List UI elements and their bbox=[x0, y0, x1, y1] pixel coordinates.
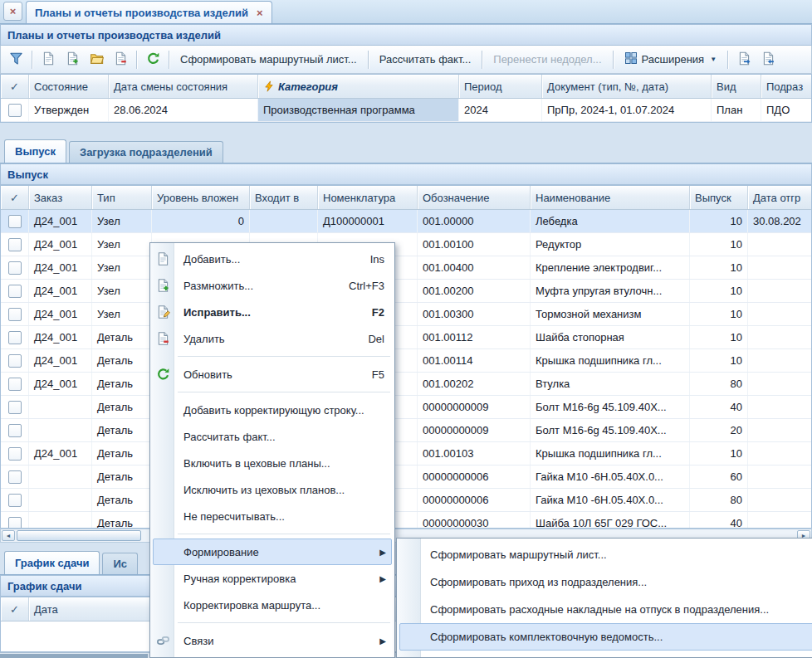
column-header[interactable]: Входит в bbox=[250, 186, 318, 209]
check-column-header[interactable]: ✓ bbox=[1, 186, 29, 209]
menu-item[interactable]: Добавить...Ins bbox=[153, 246, 392, 272]
cell bbox=[748, 303, 812, 325]
column-header[interactable]: Выпуск bbox=[690, 186, 748, 209]
row-checkbox[interactable] bbox=[8, 308, 22, 321]
tab-zagruzka-podrazdeleniy[interactable]: Загрузка подразделений bbox=[69, 141, 223, 163]
table-row[interactable]: Д24_001Деталь001.00103Крышка подшипника … bbox=[1, 442, 811, 465]
table-row[interactable]: Д24_001Узел001.00200Муфта упругая втулоч… bbox=[1, 280, 811, 303]
open-folder-button[interactable] bbox=[86, 50, 107, 70]
extensions-button[interactable]: Расширения ▼ bbox=[619, 48, 723, 71]
table-row[interactable]: Утвержден28.06.2024Производственная прог… bbox=[1, 99, 811, 122]
menu-item[interactable]: Не пересчитывать... bbox=[153, 503, 392, 529]
tab-grafik-sdachi[interactable]: График сдачи bbox=[4, 551, 100, 574]
column-header[interactable]: Подраз bbox=[761, 75, 812, 98]
toolbar-separator bbox=[136, 51, 137, 69]
add-document-button[interactable] bbox=[37, 50, 59, 70]
menu-item[interactable]: Добавить корректирующую строку... bbox=[153, 397, 392, 423]
row-checkbox[interactable] bbox=[8, 517, 22, 529]
cell: Деталь bbox=[92, 373, 152, 395]
column-header[interactable]: Период bbox=[459, 75, 542, 98]
table-row[interactable]: Деталь00000000030Шайба 10Л 65Г 029 ГОС..… bbox=[1, 512, 811, 529]
copy-document-button[interactable] bbox=[61, 50, 83, 70]
row-checkbox[interactable] bbox=[8, 331, 22, 344]
scrollbar-thumb[interactable] bbox=[17, 530, 141, 541]
menu-item[interactable]: Исправить...F2 bbox=[153, 299, 392, 325]
scrollbar-thumb[interactable] bbox=[0, 654, 148, 658]
scroll-left-arrow[interactable]: ◄ bbox=[2, 530, 15, 541]
row-checkbox[interactable] bbox=[8, 261, 22, 275]
table-row[interactable]: Д24_001Деталь001.00202Втулка80 bbox=[1, 373, 811, 396]
column-header[interactable]: Состояние bbox=[29, 75, 109, 98]
table-row[interactable]: Д24_001Узел001.00400Крепление электродви… bbox=[1, 256, 811, 280]
calc-fact-button[interactable]: Рассчитать факт... bbox=[374, 50, 477, 69]
column-header[interactable]: Документ (тип, №, дата) bbox=[542, 75, 712, 98]
row-checkbox[interactable] bbox=[8, 285, 22, 298]
column-header[interactable]: Дата отгр bbox=[748, 186, 812, 209]
table-row[interactable]: Д24_001Деталь001.00112Шайба стопорная10 bbox=[1, 326, 811, 349]
row-checkbox[interactable] bbox=[8, 238, 22, 251]
table-row[interactable]: Д24_001Узел0Д100000001001.00000Лебедка10… bbox=[1, 210, 811, 233]
add-document-icon bbox=[42, 51, 56, 68]
table-row[interactable]: Деталь00000000009Болт М16-6g 45.109.40Х.… bbox=[1, 419, 811, 442]
cell bbox=[748, 326, 812, 348]
import-document-button[interactable] bbox=[757, 50, 779, 70]
row-checkbox[interactable] bbox=[8, 401, 22, 414]
menu-item[interactable]: Сформировать комплектовочную ведомость..… bbox=[399, 623, 812, 651]
table-row[interactable]: Д24_001Узел001.00300Тормозной механизм10 bbox=[1, 303, 811, 326]
menu-item[interactable]: Связи▶ bbox=[153, 627, 392, 654]
refresh-button[interactable] bbox=[142, 50, 164, 70]
close-all-tabs-button[interactable]: × bbox=[3, 2, 22, 21]
row-checkbox[interactable] bbox=[8, 354, 22, 368]
table-row[interactable]: Деталь00000000009Болт М16-6g 45.109.40Х.… bbox=[1, 396, 811, 419]
delete-document-button[interactable] bbox=[110, 50, 131, 70]
check-column-header[interactable]: ✓ bbox=[1, 75, 29, 98]
check-column-header[interactable]: ✓ bbox=[1, 597, 29, 621]
column-header[interactable]: Обозначение bbox=[418, 186, 531, 209]
column-header[interactable]: Дата смены состояния bbox=[109, 75, 258, 98]
menu-item[interactable]: Сформировать маршрутный лист... bbox=[399, 541, 812, 568]
row-checkbox[interactable] bbox=[8, 215, 22, 228]
cell bbox=[748, 280, 812, 302]
column-header[interactable]: Наименование bbox=[531, 186, 690, 209]
tab-close-icon[interactable]: × bbox=[257, 7, 263, 19]
export-document-button[interactable] bbox=[733, 50, 755, 70]
menu-item[interactable]: Корректировка маршрута... bbox=[153, 592, 392, 618]
filter-button[interactable] bbox=[5, 50, 27, 70]
tab-partial[interactable]: Ис bbox=[102, 553, 138, 574]
cell: 40 bbox=[690, 396, 748, 418]
cell bbox=[748, 419, 812, 441]
menu-item[interactable]: Сформировать расходные накладные на отпу… bbox=[399, 596, 812, 623]
column-header[interactable]: Вид bbox=[712, 75, 761, 98]
menu-item[interactable]: Рассчитать факт... bbox=[153, 423, 392, 450]
tab-plans-and-reports[interactable]: Планы и отчеты производства изделий × bbox=[26, 1, 272, 23]
row-checkbox[interactable] bbox=[8, 424, 22, 437]
menu-item[interactable]: Формирование▶ bbox=[153, 539, 392, 565]
menu-item[interactable]: Включить в цеховые планы... bbox=[153, 450, 392, 476]
column-header-category[interactable]: Категория bbox=[258, 75, 459, 98]
column-header[interactable]: Тип bbox=[92, 186, 152, 209]
row-checkbox[interactable] bbox=[8, 104, 22, 117]
cell: 2024 bbox=[459, 99, 542, 121]
menu-item[interactable]: Размножить...Ctrl+F3 bbox=[153, 272, 392, 299]
menu-item[interactable] bbox=[153, 654, 392, 658]
column-header[interactable]: Номенклатура bbox=[318, 186, 418, 209]
menu-item[interactable]: Исключить из цеховых планов... bbox=[153, 476, 392, 503]
column-header[interactable]: Заказ bbox=[29, 186, 92, 209]
table-row[interactable]: Деталь00000000006Гайка М10 -6Н.05.40Х.0.… bbox=[1, 489, 811, 512]
row-checkbox[interactable] bbox=[8, 470, 22, 484]
row-checkbox[interactable] bbox=[8, 378, 22, 391]
menu-item[interactable]: УдалитьDel bbox=[153, 325, 392, 352]
table-row[interactable]: Д24_001Узел001.00100Редуктор10 bbox=[1, 233, 811, 256]
table-row[interactable]: Деталь00000000006Гайка М10 -6Н.05.40Х.0.… bbox=[1, 465, 811, 489]
table-row[interactable]: Д24_001Деталь001.00114Крышка подшипника … bbox=[1, 349, 811, 373]
cell: 00000000006 bbox=[418, 465, 531, 488]
tab-vypusk[interactable]: Выпуск bbox=[4, 139, 66, 163]
row-checkbox[interactable] bbox=[8, 447, 22, 461]
menu-item[interactable]: Ручная корректировка▶ bbox=[153, 565, 392, 592]
row-checkbox[interactable] bbox=[8, 494, 22, 507]
format-route-list-button[interactable]: Сформировать маршрутный лист... bbox=[174, 50, 363, 69]
menu-item[interactable]: Сформировать приход из подразделения... bbox=[399, 568, 812, 596]
column-header[interactable]: Уровень вложен bbox=[152, 186, 250, 209]
cell: Крышка подшипника гл... bbox=[531, 442, 690, 465]
menu-item[interactable]: ОбновитьF5 bbox=[153, 361, 392, 387]
